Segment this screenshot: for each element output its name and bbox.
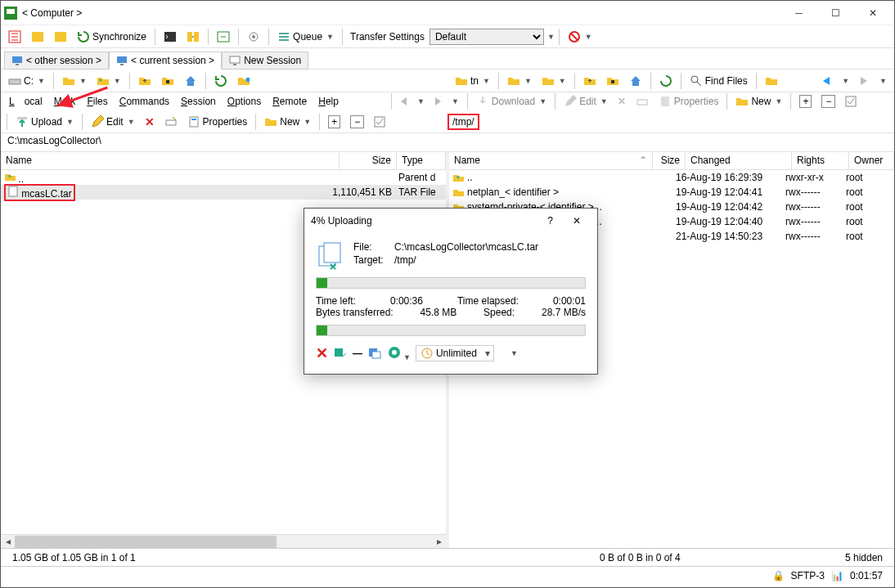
col-name[interactable]: Name <box>1 152 340 169</box>
menu-local[interactable]: Local <box>4 94 47 109</box>
remote-delete-icon[interactable]: ✕ <box>614 92 630 110</box>
app-icon <box>4 7 17 20</box>
menu-session[interactable]: Session <box>176 94 221 109</box>
col-type[interactable]: Type <box>397 152 446 169</box>
local-path[interactable]: C:\mcasLogCollector\ <box>1 133 448 151</box>
new-button[interactable]: New▼ <box>260 113 315 131</box>
col-size[interactable]: Size <box>340 152 397 169</box>
menu-commands[interactable]: Commands <box>115 94 174 109</box>
delete-icon[interactable]: ✕ <box>141 113 159 131</box>
speed-chevron-icon[interactable]: ▼ <box>510 349 518 357</box>
transfer-settings-label: Transfer Settings <box>347 31 428 43</box>
download-button[interactable]: Download▼ <box>472 92 551 110</box>
speed: 28.7 MB/s <box>542 307 586 318</box>
svg-rect-22 <box>9 79 20 84</box>
svg-rect-32 <box>191 119 196 120</box>
cancel-icon[interactable]: ✕ <box>316 344 328 362</box>
terminal-icon[interactable] <box>160 28 181 46</box>
commander-icon[interactable] <box>27 28 48 46</box>
svg-rect-1 <box>7 9 15 14</box>
remote-minus-icon[interactable]: − <box>817 92 839 110</box>
bookmark-icon[interactable] <box>233 72 254 90</box>
remote-refresh-icon[interactable] <box>655 72 677 90</box>
sync-remote-icon[interactable] <box>213 28 234 46</box>
background-icon[interactable] <box>367 345 382 362</box>
plus-icon[interactable]: + <box>324 113 344 131</box>
close-button[interactable]: ✕ <box>854 2 891 25</box>
minus-icon[interactable]: − <box>346 113 368 131</box>
sync-browse-icon[interactable] <box>182 28 204 46</box>
svg-rect-12 <box>279 33 289 34</box>
tab-current-session[interactable]: < current session > <box>109 52 222 70</box>
svg-rect-20 <box>230 56 240 63</box>
root-folder-icon[interactable] <box>157 72 178 90</box>
nav-back-button[interactable]: ▼ <box>817 72 853 90</box>
nav-fwd-button[interactable]: ▼ <box>855 72 891 90</box>
stats-icon[interactable]: 📊 <box>831 570 843 581</box>
remote-bookmark-icon[interactable] <box>761 72 782 90</box>
svg-rect-33 <box>375 117 385 127</box>
explorer-icon[interactable] <box>50 28 71 46</box>
progress-file <box>316 277 586 289</box>
file-row[interactable]: mcasLC.tar1,110,451 KBTAR File <box>1 185 446 200</box>
remote-edit-button[interactable]: Edit▼ <box>560 92 612 110</box>
minimize-button[interactable]: ─ <box>780 2 817 25</box>
remote-new-button[interactable]: New▼ <box>731 92 786 110</box>
file-row[interactable]: netplan_< identifier >19-Aug-19 12:04:41… <box>449 185 894 200</box>
remote-properties-button[interactable]: Properties <box>654 92 723 110</box>
select-all-icon[interactable] <box>370 113 389 131</box>
gear-icon[interactable] <box>243 28 264 46</box>
parent-folder-icon[interactable] <box>134 72 155 90</box>
transfer-settings-chevron-icon[interactable]: ▼ <box>547 33 555 41</box>
status-left: 1.05 GB of 1.05 GB in 1 of 1 <box>6 552 142 563</box>
col-name-r[interactable]: Name ⌃ <box>449 152 653 169</box>
queue-button[interactable]: Queue▼ <box>273 28 338 46</box>
home-icon[interactable] <box>180 72 201 90</box>
nav-back-small[interactable]: ▼ <box>396 92 429 110</box>
remote-root-icon[interactable] <box>602 72 623 90</box>
menu-options[interactable]: Options <box>223 94 266 109</box>
properties-button[interactable]: Properties <box>183 113 252 131</box>
svg-point-25 <box>691 76 698 83</box>
refresh-icon[interactable] <box>210 72 232 90</box>
drive-select[interactable]: C:▼ <box>4 72 49 90</box>
maximize-button[interactable]: ☐ <box>817 2 854 25</box>
col-rights[interactable]: Rights <box>792 152 849 169</box>
rename-icon[interactable] <box>160 113 182 131</box>
svg-rect-17 <box>16 64 19 65</box>
once-done-icon[interactable]: ▼ <box>387 345 411 362</box>
nav-fwd-small[interactable]: ▼ <box>430 92 463 110</box>
remote-back-nav-icon[interactable]: ▼ <box>537 72 570 90</box>
remote-open-folder-icon[interactable]: ▼ <box>503 72 536 90</box>
minimize-icon[interactable] <box>333 345 348 362</box>
remote-plus-icon[interactable]: + <box>795 92 816 110</box>
svg-rect-8 <box>194 32 199 42</box>
synchronize-button[interactable]: Synchronize <box>73 28 151 46</box>
new-session-icon <box>229 55 241 66</box>
h-scrollbar[interactable]: ◂ ▸ <box>1 534 446 548</box>
remote-path[interactable]: /tmp/ <box>448 114 479 130</box>
find-files-button[interactable]: Find Files <box>686 72 752 90</box>
col-changed[interactable]: Changed <box>686 152 792 169</box>
remote-dir-select[interactable]: tn▼ <box>451 72 494 90</box>
tray-icon[interactable]: — <box>353 348 362 359</box>
disconnect-icon[interactable]: ▼ <box>564 28 596 46</box>
remote-home-icon[interactable] <box>625 72 646 90</box>
dialog-help-button[interactable]: ? <box>537 212 563 230</box>
dialog-close-button[interactable]: ✕ <box>563 212 591 230</box>
tab-other-session[interactable]: < other session > <box>4 52 109 70</box>
remote-parent-icon[interactable] <box>579 72 600 90</box>
remote-rename-icon[interactable] <box>632 92 653 110</box>
addressbook-icon[interactable] <box>4 28 25 46</box>
menu-remote[interactable]: Remote <box>268 94 312 109</box>
menu-help[interactable]: Help <box>313 94 344 109</box>
tab-new-session[interactable]: New Session <box>222 52 308 70</box>
speed-limit-select[interactable]: Unlimited <box>416 345 494 361</box>
col-owner[interactable]: Owner <box>849 152 894 169</box>
svg-rect-7 <box>187 32 192 42</box>
file-row[interactable]: ..16-Aug-19 16:29:39rwxr-xr-xroot <box>449 170 894 185</box>
col-size-r[interactable]: Size <box>653 152 686 169</box>
file-row[interactable]: ..Parent d <box>1 170 446 185</box>
remote-select-icon[interactable] <box>841 92 861 110</box>
transfer-settings-select[interactable]: Default <box>430 29 544 45</box>
